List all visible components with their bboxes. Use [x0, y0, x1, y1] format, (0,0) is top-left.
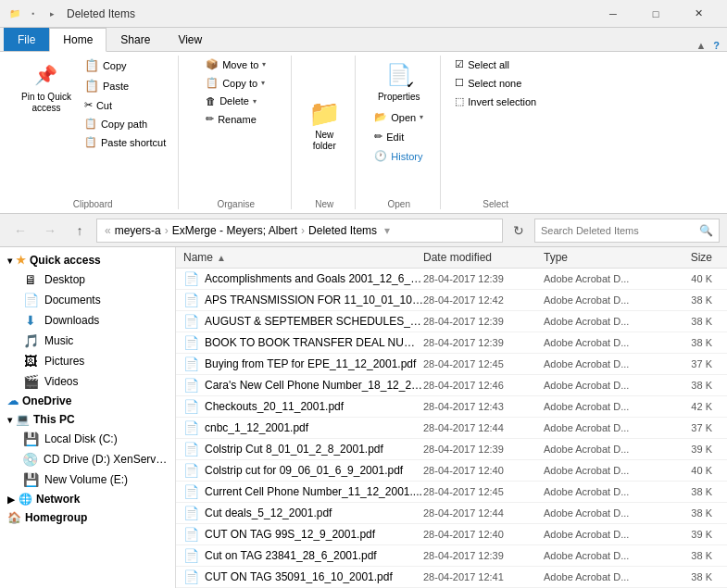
- select-label: Select: [443, 199, 548, 209]
- table-row[interactable]: 📄 Colstrip cut for 09_06_01_6_9_2001.pdf…: [176, 460, 727, 482]
- address-path[interactable]: « meyers-a › ExMerge - Meyers; Albert › …: [96, 219, 503, 243]
- new-folder-button[interactable]: 📁 Newfolder: [301, 94, 347, 156]
- move-to-button[interactable]: 📦 Move to ▾: [201, 56, 270, 73]
- copy-icon: 📋: [84, 58, 99, 72]
- select-buttons: ☑ Select all ☐ Select none ⬚ Invert sele…: [450, 56, 541, 209]
- sidebar-item-pictures[interactable]: 🖼 Pictures: [7, 351, 175, 371]
- tab-file[interactable]: File: [4, 28, 49, 51]
- ribbon-collapse-btn[interactable]: ▲: [696, 40, 706, 51]
- table-row[interactable]: 📄 AUGUST & SEPTEMBER SCHEDULES_19_... 28…: [176, 311, 727, 332]
- onedrive-header[interactable]: ☁ OneDrive: [0, 392, 175, 410]
- delete-icon: 🗑: [206, 95, 216, 106]
- select-none-button[interactable]: ☐ Select none: [450, 74, 541, 92]
- file-date: 28-04-2017 12:39: [423, 316, 544, 327]
- new-buttons: 📁 Newfolder: [301, 56, 347, 209]
- copy-path-button[interactable]: 📋 Copy path: [80, 115, 170, 132]
- table-row[interactable]: 📄 CUT ON TAG 99S_12_9_2001.pdf 28-04-201…: [176, 524, 727, 545]
- file-name: Cara's New Cell Phone Number_18_12_20...: [205, 379, 423, 392]
- pdf-icon: 📄: [183, 293, 199, 307]
- organise-buttons: 📦 Move to ▾ 📋 Copy to ▾ 🗑 Delete ▾: [201, 56, 270, 209]
- cut-button[interactable]: ✂ Cut: [80, 96, 170, 114]
- copy-to-icon: 📋: [206, 77, 219, 89]
- pdf-icon: 📄: [183, 378, 199, 393]
- homegroup-header[interactable]: 🏠 Homegroup: [0, 508, 175, 527]
- quick-access-header[interactable]: ▾ ★ Quick access: [0, 251, 175, 269]
- network-header[interactable]: ▶ 🌐 Network: [0, 490, 175, 508]
- properties-button[interactable]: 📄✔ Properties: [371, 56, 427, 106]
- table-row[interactable]: 📄 APS TRANSMISSION FOR 11_10_01_10_11...…: [176, 290, 727, 311]
- minimize-button[interactable]: ─: [592, 0, 634, 28]
- path-part-deleted[interactable]: Deleted Items: [308, 224, 377, 237]
- sidebar-item-local-disk[interactable]: 💾 Local Disk (C:): [7, 429, 175, 449]
- file-size: 38 K: [664, 507, 720, 519]
- file-size: 38 K: [664, 571, 720, 582]
- table-row[interactable]: 📄 Current Cell Phone Number_11_12_2001..…: [176, 482, 727, 503]
- delete-button[interactable]: 🗑 Delete ▾: [201, 93, 270, 109]
- maximize-button[interactable]: □: [634, 0, 677, 28]
- sidebar-item-documents[interactable]: 📄 Documents: [7, 290, 175, 310]
- tab-share[interactable]: Share: [107, 28, 164, 51]
- sidebar-item-music[interactable]: 🎵 Music: [7, 331, 175, 351]
- table-row[interactable]: 📄 Accomplishments and Goals 2001_12_6_2.…: [176, 269, 727, 290]
- table-row[interactable]: 📄 BOOK TO BOOK TRANSFER DEAL NUMB... 28-…: [176, 332, 727, 354]
- col-date[interactable]: Date modified: [423, 251, 544, 264]
- sidebar-item-cd-drive[interactable]: 💿 CD Drive (D:) XenServer Ti: [7, 449, 175, 469]
- table-row[interactable]: 📄 Checkouts_20_11_2001.pdf 28-04-2017 12…: [176, 396, 727, 418]
- forward-button[interactable]: →: [37, 219, 63, 243]
- table-row[interactable]: 📄 Cara's New Cell Phone Number_18_12_20.…: [176, 375, 727, 396]
- search-icon[interactable]: 🔍: [699, 224, 713, 237]
- downloads-icon: ⬇: [22, 313, 39, 328]
- tab-view[interactable]: View: [164, 28, 216, 51]
- file-type: Adobe Acrobat D...: [544, 380, 664, 391]
- table-row[interactable]: 📄 Colstrip Cut 8_01_01_2_8_2001.pdf 28-0…: [176, 439, 727, 460]
- help-btn[interactable]: ?: [713, 40, 720, 51]
- paste-button[interactable]: 📋 Paste: [80, 76, 170, 95]
- open-button[interactable]: 📂 Open ▾: [370, 108, 428, 126]
- paste-shortcut-icon: 📋: [84, 136, 97, 148]
- file-date: 28-04-2017 12:44: [423, 422, 544, 433]
- sidebar-item-desktop[interactable]: 🖥 Desktop: [7, 269, 175, 290]
- cut-icon: ✂: [84, 99, 93, 111]
- close-button[interactable]: ✕: [677, 0, 720, 28]
- refresh-button[interactable]: ↻: [507, 219, 531, 243]
- pin-to-quick-access-button[interactable]: 📌 Pin to Quick access: [15, 56, 78, 119]
- sidebar-item-videos[interactable]: 🎬 Videos: [7, 371, 175, 392]
- rename-button[interactable]: ✏ Rename: [201, 110, 270, 128]
- file-date: 28-04-2017 12:39: [423, 273, 544, 284]
- onedrive-icon: ☁: [7, 394, 19, 407]
- file-type: Adobe Acrobat D...: [544, 401, 664, 412]
- videos-icon: 🎬: [22, 374, 39, 389]
- search-input[interactable]: [541, 225, 696, 236]
- col-size[interactable]: Size: [664, 251, 720, 264]
- table-row[interactable]: 📄 Cut deals_5_12_2001.pdf 28-04-2017 12:…: [176, 503, 727, 524]
- path-part-exmerge[interactable]: ExMerge - Meyers; Albert: [172, 224, 297, 237]
- new-volume-icon: 💾: [22, 472, 39, 487]
- select-all-button[interactable]: ☑ Select all: [450, 56, 541, 73]
- col-type[interactable]: Type: [544, 251, 664, 264]
- clipboard-small-buttons: 📋 Copy 📋 Paste ✂ Cut 📋 Copy path: [80, 56, 170, 166]
- path-dropdown-btn[interactable]: ▾: [384, 224, 390, 237]
- copy-button[interactable]: 📋 Copy: [80, 56, 170, 75]
- tab-home[interactable]: Home: [49, 28, 107, 52]
- network-icon: 🌐: [19, 493, 32, 506]
- table-row[interactable]: 📄 CUT ON TAG 35091_16_10_2001.pdf 28-04-…: [176, 567, 727, 588]
- sidebar-item-new-volume[interactable]: 💾 New Volume (E:): [7, 469, 175, 490]
- invert-selection-button[interactable]: ⬚ Invert selection: [450, 93, 541, 110]
- file-list[interactable]: Name ▲ Date modified Type Size 📄 Accompl…: [176, 247, 727, 588]
- table-row[interactable]: 📄 cnbc_1_12_2001.pdf 28-04-2017 12:44 Ad…: [176, 418, 727, 439]
- file-size: 38 K: [664, 486, 720, 497]
- paste-shortcut-button[interactable]: 📋 Paste shortcut: [80, 133, 170, 151]
- path-part-root[interactable]: meyers-a: [115, 224, 161, 237]
- table-row[interactable]: 📄 Buying from TEP for EPE_11_12_2001.pdf…: [176, 354, 727, 375]
- back-button[interactable]: ←: [7, 219, 33, 243]
- copy-to-button[interactable]: 📋 Copy to ▾: [201, 74, 270, 92]
- col-name[interactable]: Name ▲: [183, 251, 423, 264]
- edit-button[interactable]: ✏ Edit: [370, 128, 428, 145]
- up-button[interactable]: ↑: [67, 219, 93, 243]
- this-pc-header[interactable]: ▾ 💻 This PC: [0, 410, 175, 429]
- sidebar-item-downloads[interactable]: ⬇ Downloads: [7, 310, 175, 331]
- new-folder-icon: 📁: [309, 98, 339, 128]
- table-row[interactable]: 📄 Cut on TAG 23841_28_6_2001.pdf 28-04-2…: [176, 545, 727, 567]
- history-button[interactable]: 🕐 History: [370, 147, 428, 165]
- file-name: Checkouts_20_11_2001.pdf: [205, 400, 423, 413]
